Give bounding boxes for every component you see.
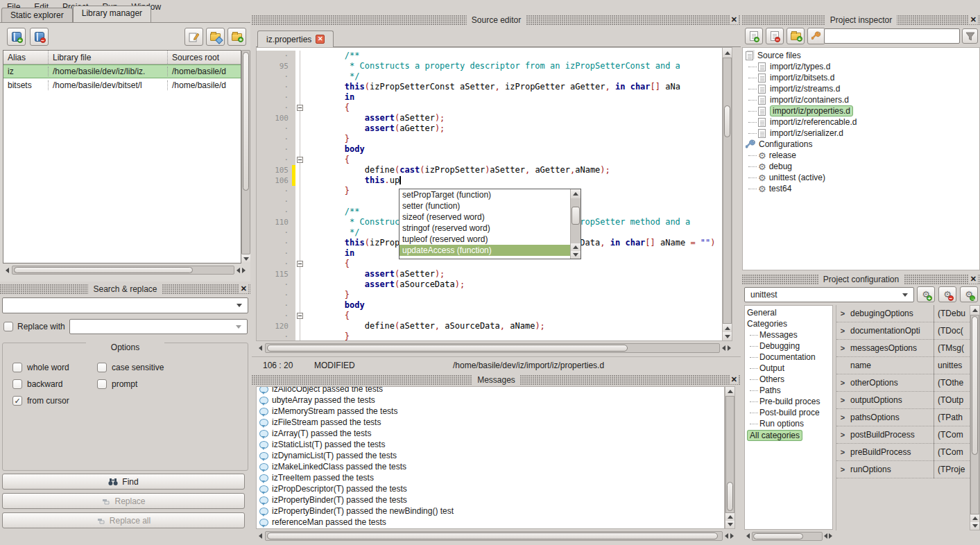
tree-file-item[interactable]: import/iz/types.d — [746, 61, 979, 72]
config-option-row[interactable]: >runOptions(TProje — [836, 461, 970, 478]
message-item[interactable]: izFileStream passed the tests — [257, 417, 724, 428]
completion-item[interactable]: stringof (reserved word) — [399, 223, 570, 234]
project-inspector-close-icon[interactable]: ✕ — [969, 15, 978, 24]
replace-with-checkbox[interactable] — [3, 322, 13, 331]
tree-file-item[interactable]: import/iz/referencable.d — [746, 116, 979, 128]
config-table-vscrollbar[interactable] — [970, 305, 980, 530]
library-open-button[interactable] — [206, 28, 225, 46]
config-option-row[interactable]: >otherOptions(TOthe — [836, 374, 970, 392]
option-backward[interactable]: backward — [12, 379, 97, 389]
config-option-row[interactable]: >postBuildProcess(TCom — [836, 426, 970, 444]
editor-line[interactable]: · { — [257, 103, 722, 113]
category-item[interactable]: Paths — [747, 385, 832, 396]
library-add-folder-button[interactable]: + — [227, 28, 246, 46]
expander-icon[interactable]: > — [836, 448, 849, 456]
messages-close-icon[interactable]: ✕ — [730, 375, 739, 384]
checkbox-backward[interactable] — [12, 379, 22, 389]
editor-tab-close-icon[interactable]: ✕ — [316, 35, 325, 44]
find-button[interactable]: Find — [2, 474, 245, 490]
library-edit-button[interactable] — [184, 28, 203, 46]
library-add-button[interactable]: + — [7, 28, 26, 46]
checkbox-prompt[interactable] — [97, 379, 107, 389]
editor-line[interactable]: · this(izPropSetterConst aSetter, izProp… — [257, 82, 722, 92]
fold-column[interactable] — [295, 155, 304, 165]
completion-item[interactable]: setter (function) — [399, 200, 570, 211]
fold-column[interactable] — [295, 103, 304, 113]
expander-icon[interactable]: > — [836, 344, 849, 352]
message-item[interactable]: izPropDescriptor(T) passed the tests — [257, 483, 724, 494]
config-remove-button[interactable]: ⚙− — [938, 286, 956, 302]
fold-collapse-icon[interactable] — [297, 261, 303, 267]
inspector-remove-file-button[interactable]: − — [766, 28, 784, 44]
tree-config-item[interactable]: ⚙release — [746, 150, 979, 161]
category-item[interactable]: Messages — [747, 329, 832, 340]
tab-library-manager[interactable]: Library manager — [73, 6, 151, 23]
replace-button[interactable]: Replace — [2, 493, 245, 509]
column-header-sources-root[interactable]: Sources root — [167, 51, 241, 64]
expander-icon[interactable]: > — [836, 465, 849, 474]
fold-collapse-icon[interactable] — [297, 313, 303, 319]
editor-line[interactable]: · { — [257, 155, 722, 165]
editor-line[interactable]: · { — [257, 259, 722, 269]
library-remove-button[interactable]: − — [30, 28, 49, 46]
editor-line[interactable]: 115 assert(aSetter); — [257, 269, 722, 279]
search-input[interactable] — [2, 297, 248, 313]
config-option-row[interactable]: >outputOptions(TOutp — [836, 392, 970, 409]
inspector-add-folder-button[interactable]: + — [786, 28, 805, 44]
replace-with-input[interactable] — [69, 319, 248, 334]
editor-line[interactable]: 120 define(aSetter, aSourceData, aName); — [257, 321, 722, 331]
editor-line[interactable]: 95 * Constructs a property descriptor fr… — [257, 61, 722, 71]
editor-hscrollbar[interactable] — [256, 343, 732, 354]
editor-line[interactable]: · */ — [257, 71, 722, 82]
checkbox-whole-word[interactable] — [12, 363, 22, 372]
message-item[interactable]: referenceMan passed the tests — [257, 517, 724, 528]
message-item[interactable]: izMemoryStream passed the tests — [257, 406, 724, 417]
tab-static-explorer[interactable]: Static explorer — [1, 8, 73, 23]
tree-file-item[interactable]: import/iz/properties.d — [746, 105, 979, 116]
editor-tab-iz-properties[interactable]: iz.properties ✕ — [257, 31, 334, 47]
completion-item[interactable]: sizeof (reserved word) — [399, 211, 570, 223]
inspector-tree[interactable]: Source filesimport/iz/types.dimport/iz/b… — [742, 47, 980, 270]
editor-line[interactable]: · body — [257, 144, 722, 155]
messages-list[interactable]: izAllocObject passed the testsubyteArray… — [256, 386, 725, 529]
completion-vscrollbar[interactable] — [570, 189, 581, 259]
fold-column[interactable] — [295, 311, 304, 321]
editor-line[interactable]: · } — [257, 290, 722, 300]
category-item[interactable]: Documentation — [747, 352, 832, 363]
message-item[interactable]: izStaticList(T) passed the tests — [257, 439, 724, 450]
library-table-hscrollbar[interactable] — [3, 265, 247, 275]
editor-line[interactable]: · assert(aSourceData); — [257, 279, 722, 290]
config-option-row[interactable]: >pathsOptions(TPath — [836, 409, 970, 426]
expander-icon[interactable]: > — [836, 327, 849, 335]
message-item[interactable]: izPropertyBinder(T) passed the newBindin… — [257, 505, 724, 517]
config-categories[interactable]: General Categories MessagesDebuggingDocu… — [744, 305, 833, 530]
inspector-filter-button[interactable] — [962, 28, 978, 44]
source-editor-close-icon[interactable]: ✕ — [730, 15, 739, 24]
editor-line[interactable]: · assert(aGetter); — [257, 123, 722, 134]
checkbox-case-sensitive[interactable] — [97, 363, 107, 372]
message-item[interactable]: izAllocObject passed the tests — [257, 386, 724, 395]
option-prompt[interactable]: prompt — [97, 379, 242, 389]
config-options-table[interactable]: >debugingOptions(TDebu>documentationOpti… — [836, 305, 970, 530]
completion-popup[interactable]: setPropTarget (function)setter (function… — [399, 189, 581, 259]
completion-item[interactable]: setPropTarget (function) — [399, 189, 570, 200]
message-item[interactable]: ubyteArray passed the tests — [257, 395, 724, 406]
category-general[interactable]: General — [747, 307, 832, 318]
expander-icon[interactable]: > — [836, 309, 849, 318]
tree-config-item[interactable]: ⚙debug — [746, 161, 979, 172]
option-from-cursor[interactable]: ✓from cursor — [12, 396, 97, 406]
message-item[interactable]: izMakeLinkedClass passed the tests — [257, 461, 724, 472]
expander-icon[interactable]: > — [836, 396, 849, 404]
category-categories[interactable]: Categories — [747, 318, 832, 329]
message-item[interactable]: izArray(T) passed the tests — [257, 428, 724, 439]
tree-root-configurations[interactable]: Configurations — [746, 139, 979, 150]
expander-icon[interactable]: > — [836, 431, 849, 439]
config-option-row[interactable]: >messagesOptions(TMsg( — [836, 340, 970, 357]
search-close-icon[interactable]: ✕ — [239, 284, 248, 293]
config-option-row[interactable]: nameunittes — [836, 357, 970, 374]
fold-collapse-icon[interactable] — [297, 105, 303, 111]
message-item[interactable]: izTreeItem passed the tests — [257, 472, 724, 483]
project-configuration-close-icon[interactable]: ✕ — [969, 275, 978, 284]
tree-root-source-files[interactable]: Source files — [746, 50, 979, 61]
library-row[interactable]: iz/home/basile/dev/iz/lib/iz./home/basil… — [3, 64, 241, 78]
